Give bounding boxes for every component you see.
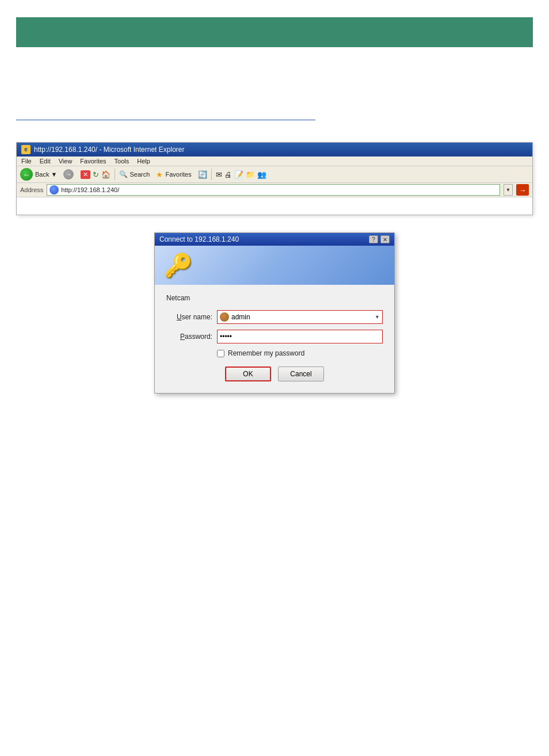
back-label[interactable]: Back ▼: [35, 171, 57, 178]
site-label: Netcam: [166, 294, 383, 302]
edit-icon[interactable]: 📝: [234, 170, 243, 179]
mail-icon[interactable]: ✉: [216, 170, 222, 179]
ie-logo-icon: e: [21, 145, 30, 154]
favorites-label[interactable]: Favorites: [165, 171, 191, 178]
username-dropdown-arrow[interactable]: ▼: [375, 314, 380, 320]
header-bar: [16, 17, 533, 47]
dialog-titlebar: Connect to 192.168.1.240 ? ✕: [155, 233, 394, 246]
messenger-icon[interactable]: 👥: [257, 170, 266, 179]
dialog-area: Connect to 192.168.1.240 ? ✕ 🔑 Netcam Us…: [16, 232, 533, 394]
stop-icon[interactable]: ✕: [81, 170, 90, 179]
print-icon[interactable]: 🖨: [224, 170, 232, 179]
toolbar-separator-1: [115, 169, 115, 180]
refresh-media-icon[interactable]: 🔄: [198, 170, 207, 179]
address-label: Address: [20, 186, 43, 193]
menu-view[interactable]: View: [59, 158, 73, 165]
menu-tools[interactable]: Tools: [115, 158, 129, 165]
star-icon: ★: [156, 170, 163, 179]
dialog-titlebar-left: Connect to 192.168.1.240: [159, 235, 239, 243]
body-text: [16, 64, 533, 120]
username-input-wrap[interactable]: ▼: [217, 310, 383, 324]
browser-screenshot: e http://192.168.1.240/ - Microsoft Inte…: [16, 142, 533, 215]
password-row: Password:: [166, 330, 383, 343]
body-paragraph-2: [16, 81, 533, 93]
address-input-wrap[interactable]: http://192.168.1.240/: [47, 184, 500, 196]
password-label: Password:: [166, 333, 212, 341]
password-input[interactable]: [220, 333, 380, 341]
remember-row: Remember my password: [217, 349, 383, 357]
browser-title: http://192.168.1.240/ - Microsoft Intern…: [34, 146, 184, 154]
username-label-u: U: [177, 313, 182, 321]
menu-file[interactable]: File: [21, 158, 32, 165]
ie-addressbar[interactable]: Address http://192.168.1.240/ ▼ →: [17, 183, 532, 197]
key-icon: 🔑: [164, 252, 193, 279]
forward-icon[interactable]: →: [63, 169, 74, 180]
body-paragraph-3: [16, 98, 533, 110]
connect-dialog: Connect to 192.168.1.240 ? ✕ 🔑 Netcam Us…: [154, 232, 395, 394]
menu-edit[interactable]: Edit: [40, 158, 51, 165]
refresh-icon[interactable]: ↻: [93, 170, 99, 179]
password-label-u: P: [180, 333, 185, 341]
folder-icon[interactable]: 📁: [246, 170, 255, 179]
remember-checkbox[interactable]: [217, 350, 224, 357]
cancel-button[interactable]: Cancel: [278, 366, 324, 381]
username-label: User name:: [166, 313, 212, 321]
ie-titlebar: e http://192.168.1.240/ - Microsoft Inte…: [17, 143, 532, 156]
address-dropdown[interactable]: ▼: [504, 184, 513, 196]
ok-button[interactable]: OK: [225, 366, 271, 381]
remember-label: Remember my password: [228, 349, 304, 357]
search-label[interactable]: Search: [130, 171, 150, 178]
menu-favorites[interactable]: Favorites: [80, 158, 106, 165]
address-value[interactable]: http://192.168.1.240/: [61, 186, 119, 193]
bottom-spacing: [0, 394, 549, 405]
search-icon: 🔍: [119, 170, 128, 178]
username-row: User name: ▼: [166, 310, 383, 324]
dialog-close-button[interactable]: ✕: [380, 235, 390, 243]
dialog-help-button[interactable]: ?: [369, 235, 378, 243]
dialog-banner: 🔑: [155, 246, 394, 285]
back-icon[interactable]: ←: [20, 168, 33, 181]
username-input[interactable]: [231, 313, 372, 321]
menu-help[interactable]: Help: [137, 158, 150, 165]
ie-content-area: [17, 197, 532, 215]
dialog-title: Connect to 192.168.1.240: [159, 235, 239, 243]
toolbar-separator-2: [211, 169, 212, 180]
go-button[interactable]: →: [516, 184, 529, 196]
address-globe-icon: [49, 185, 59, 194]
section-divider: [16, 120, 315, 120]
home-icon[interactable]: 🏠: [101, 170, 110, 179]
password-input-wrap[interactable]: [217, 330, 383, 343]
ie-toolbar: ← Back ▼ → ✕ ↻ 🏠 🔍 Search ★ Favorites 🔄 …: [17, 166, 532, 183]
user-avatar-icon: [220, 312, 229, 322]
dialog-footer: OK Cancel: [166, 366, 383, 381]
dialog-body: Netcam User name: ▼ Password:: [155, 285, 394, 393]
dialog-titlebar-controls[interactable]: ? ✕: [369, 235, 390, 243]
ie-menubar[interactable]: File Edit View Favorites Tools Help: [17, 156, 532, 166]
body-paragraph-1: [16, 64, 533, 77]
